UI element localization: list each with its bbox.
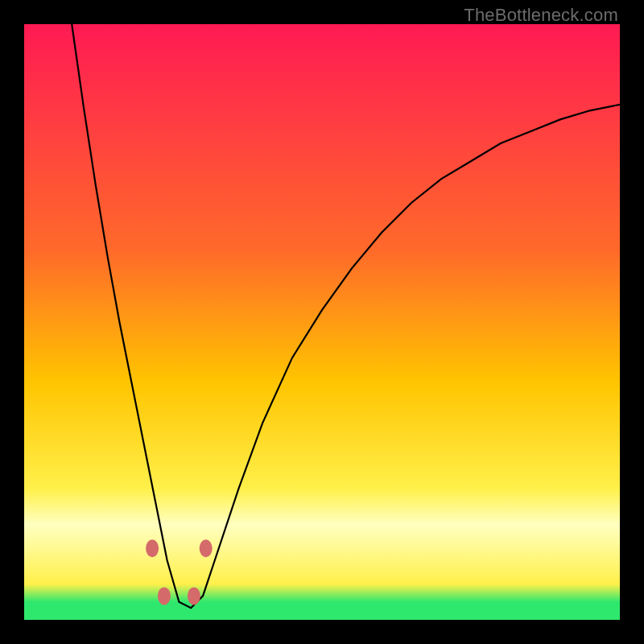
curve-marker-dot [188, 587, 200, 605]
watermark-text: TheBottleneck.com [464, 5, 618, 26]
curve-marker-dot [200, 539, 213, 557]
bottleneck-curve [72, 24, 620, 608]
chart-plot-area [24, 24, 620, 620]
curve-marker-dot [146, 539, 159, 557]
chart-svg [24, 24, 620, 620]
curve-marker-dot [158, 587, 171, 605]
